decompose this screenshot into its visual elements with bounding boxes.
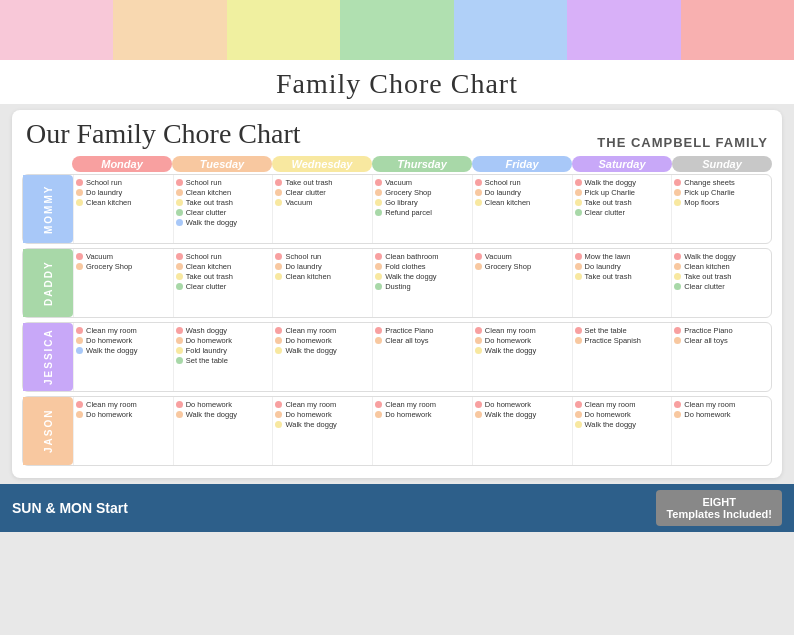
chore-dot — [575, 263, 582, 270]
chore-item: Go library — [375, 198, 470, 207]
chore-dot — [375, 401, 382, 408]
chore-item: Change sheets — [674, 178, 769, 187]
chore-cell: VacuumGrocery Shop — [472, 249, 572, 317]
chore-text: Practice Spanish — [585, 336, 641, 345]
chore-text: Do homework — [385, 410, 431, 419]
chore-item: School run — [76, 178, 171, 187]
top-bar — [227, 0, 340, 60]
family-name: THE CAMPBELL FAMILY — [597, 135, 768, 150]
chore-text: Clear clutter — [186, 208, 226, 217]
chore-text: Dusting — [385, 282, 410, 291]
chore-text: Clear clutter — [684, 282, 724, 291]
chore-item: Clear all toys — [375, 336, 470, 345]
chart-title: Our Family Chore Chart — [26, 118, 301, 150]
chore-item: Clean my room — [575, 400, 670, 409]
chore-item: Set the table — [176, 356, 271, 365]
chore-text: Walk the doggy — [684, 252, 735, 261]
chore-dot — [674, 253, 681, 260]
chore-text: Do homework — [186, 336, 232, 345]
chore-item: Clean kitchen — [176, 188, 271, 197]
chore-item: Clear all toys — [674, 336, 769, 345]
chore-text: Mow the lawn — [585, 252, 631, 261]
chore-dot — [575, 253, 582, 260]
chore-dot — [275, 253, 282, 260]
chore-text: Take out trash — [285, 178, 332, 187]
chore-text: Clear clutter — [585, 208, 625, 217]
day-header-tuesday: Tuesday — [172, 156, 272, 172]
chore-item: Do laundry — [575, 262, 670, 271]
chore-item: Vacuum — [375, 178, 470, 187]
person-row-daddy: DADDYVacuumGrocery ShopSchool runClean k… — [22, 248, 772, 318]
day-header-friday: Friday — [472, 156, 572, 172]
chore-text: Fold clothes — [385, 262, 425, 271]
chore-dot — [176, 199, 183, 206]
chore-dot — [76, 401, 83, 408]
chore-cell: Clean my roomDo homework — [671, 397, 771, 465]
chore-item: Walk the doggy — [575, 178, 670, 187]
chore-dot — [176, 253, 183, 260]
chore-text: Do homework — [585, 410, 631, 419]
chore-dot — [275, 327, 282, 334]
chore-item: School run — [475, 178, 570, 187]
chore-dot — [275, 179, 282, 186]
chore-text: Pick up Charlie — [684, 188, 734, 197]
chore-text: School run — [186, 252, 222, 261]
chore-item: Do laundry — [275, 262, 370, 271]
chore-item: Do laundry — [475, 188, 570, 197]
chore-item: Vacuum — [275, 198, 370, 207]
chore-text: Take out trash — [585, 198, 632, 207]
chore-text: Do laundry — [86, 188, 122, 197]
day-header-saturday: Saturday — [572, 156, 672, 172]
chore-cell: Practice PianoClear all toys — [372, 323, 472, 391]
chore-text: Wash doggy — [186, 326, 227, 335]
chore-text: Do homework — [186, 400, 232, 409]
chore-item: Clear clutter — [176, 282, 271, 291]
chore-text: Clear clutter — [186, 282, 226, 291]
chore-item: Walk the doggy — [275, 420, 370, 429]
chore-item: Walk the doggy — [475, 410, 570, 419]
chore-dot — [674, 189, 681, 196]
chore-item: Do homework — [275, 336, 370, 345]
chore-dot — [375, 411, 382, 418]
person-label-daddy: DADDY — [23, 249, 73, 317]
chore-dot — [674, 283, 681, 290]
chore-dot — [76, 189, 83, 196]
chore-item: Grocery Shop — [475, 262, 570, 271]
chore-dot — [575, 273, 582, 280]
chore-item: Clear clutter — [575, 208, 670, 217]
chore-dot — [674, 327, 681, 334]
chore-item: Walk the doggy — [475, 346, 570, 355]
chore-dot — [475, 253, 482, 260]
chore-cell: Clean bathroomFold clothesWalk the doggy… — [372, 249, 472, 317]
chore-cell: Clean my roomDo homeworkWalk the doggy — [272, 397, 372, 465]
chore-text: Change sheets — [684, 178, 734, 187]
chore-text: Practice Piano — [684, 326, 732, 335]
chore-item: Do laundry — [76, 188, 171, 197]
chore-item: Do homework — [375, 410, 470, 419]
chore-dot — [176, 327, 183, 334]
chore-dot — [575, 189, 582, 196]
day-header-monday: Monday — [72, 156, 172, 172]
chore-dot — [575, 401, 582, 408]
chore-text: Do homework — [285, 336, 331, 345]
title-area: Family Chore Chart — [0, 60, 794, 104]
chart-container: Our Family Chore Chart THE CAMPBELL FAMI… — [12, 110, 782, 478]
chore-cell: Set the tablePractice Spanish — [572, 323, 672, 391]
chore-dot — [176, 411, 183, 418]
chore-dot — [176, 283, 183, 290]
chore-text: Walk the doggy — [285, 346, 336, 355]
chore-item: Walk the doggy — [76, 346, 171, 355]
day-header-sunday: Sunday — [672, 156, 772, 172]
chore-text: Take out trash — [684, 272, 731, 281]
chore-text: Take out trash — [585, 272, 632, 281]
chore-item: School run — [176, 252, 271, 261]
chore-dot — [375, 179, 382, 186]
chore-item: Clean my room — [76, 326, 171, 335]
chore-dot — [375, 253, 382, 260]
chore-item: Grocery Shop — [76, 262, 171, 271]
chore-item: School run — [176, 178, 271, 187]
chore-item: Do homework — [176, 336, 271, 345]
chore-text: Walk the doggy — [86, 346, 137, 355]
chore-item: Clean my room — [475, 326, 570, 335]
chore-item: Walk the doggy — [176, 218, 271, 227]
